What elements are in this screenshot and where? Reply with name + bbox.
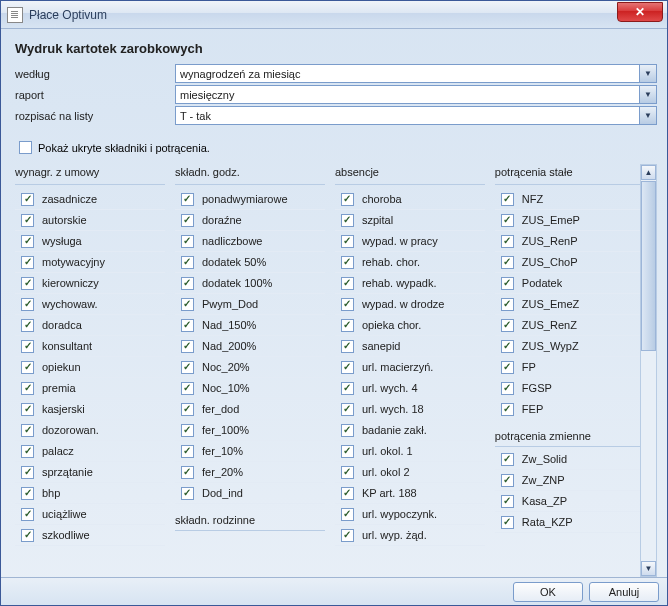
item-checkbox[interactable] (21, 466, 34, 479)
item-checkbox[interactable] (181, 382, 194, 395)
list-item[interactable]: kierowniczy (15, 273, 165, 294)
list-item[interactable]: uciążliwe (15, 504, 165, 525)
item-checkbox[interactable] (501, 277, 514, 290)
list-item[interactable]: Zw_Solid (495, 449, 640, 470)
raport-select[interactable]: miesięczny (175, 85, 657, 104)
close-button[interactable]: ✕ (617, 2, 663, 22)
item-checkbox[interactable] (501, 516, 514, 529)
rozpisac-select[interactable]: T - tak (175, 106, 657, 125)
item-checkbox[interactable] (341, 340, 354, 353)
item-checkbox[interactable] (341, 403, 354, 416)
item-checkbox[interactable] (181, 277, 194, 290)
item-checkbox[interactable] (21, 235, 34, 248)
chevron-down-icon[interactable] (639, 107, 656, 124)
item-checkbox[interactable] (181, 298, 194, 311)
list-item[interactable]: wypad. w drodze (335, 294, 485, 315)
list-item[interactable]: ponadwymiarowe (175, 189, 325, 210)
list-item[interactable]: zasadnicze (15, 189, 165, 210)
list-item[interactable]: doraźne (175, 210, 325, 231)
list-item[interactable]: motywacyjny (15, 252, 165, 273)
item-checkbox[interactable] (21, 214, 34, 227)
item-checkbox[interactable] (181, 361, 194, 374)
item-checkbox[interactable] (341, 298, 354, 311)
chevron-down-icon[interactable] (639, 86, 656, 103)
item-checkbox[interactable] (181, 466, 194, 479)
item-checkbox[interactable] (21, 298, 34, 311)
item-checkbox[interactable] (501, 361, 514, 374)
item-checkbox[interactable] (501, 193, 514, 206)
list-item[interactable]: fer_10% (175, 441, 325, 462)
list-item[interactable]: palacz (15, 441, 165, 462)
list-item[interactable]: ZUS_RenP (495, 231, 640, 252)
list-item[interactable]: sanepid (335, 336, 485, 357)
list-item[interactable]: wychowaw. (15, 294, 165, 315)
list-item[interactable]: fer_dod (175, 399, 325, 420)
list-item[interactable]: Kasa_ZP (495, 491, 640, 512)
item-checkbox[interactable] (21, 529, 34, 542)
list-item[interactable]: nadliczbowe (175, 231, 325, 252)
item-checkbox[interactable] (21, 424, 34, 437)
item-checkbox[interactable] (21, 487, 34, 500)
list-item[interactable]: Nad_200% (175, 336, 325, 357)
item-checkbox[interactable] (181, 487, 194, 500)
list-item[interactable]: Podatek (495, 273, 640, 294)
list-item[interactable]: ZUS_RenZ (495, 315, 640, 336)
item-checkbox[interactable] (501, 319, 514, 332)
item-checkbox[interactable] (501, 382, 514, 395)
item-checkbox[interactable] (501, 256, 514, 269)
list-item[interactable]: url. okol 2 (335, 462, 485, 483)
vertical-scrollbar[interactable] (640, 164, 657, 577)
item-checkbox[interactable] (341, 382, 354, 395)
list-item[interactable]: FGSP (495, 378, 640, 399)
list-item[interactable]: ZUS_WypZ (495, 336, 640, 357)
item-checkbox[interactable] (181, 214, 194, 227)
item-checkbox[interactable] (341, 193, 354, 206)
item-checkbox[interactable] (501, 474, 514, 487)
list-item[interactable]: opieka chor. (335, 315, 485, 336)
list-item[interactable]: opiekun (15, 357, 165, 378)
cancel-button[interactable]: Anuluj (589, 582, 659, 602)
item-checkbox[interactable] (341, 529, 354, 542)
item-checkbox[interactable] (341, 319, 354, 332)
item-checkbox[interactable] (341, 256, 354, 269)
list-item[interactable]: dozorowan. (15, 420, 165, 441)
list-item[interactable]: Pwym_Dod (175, 294, 325, 315)
list-item[interactable]: fer_20% (175, 462, 325, 483)
item-checkbox[interactable] (181, 193, 194, 206)
list-item[interactable]: doradca (15, 315, 165, 336)
scroll-thumb[interactable] (641, 181, 656, 351)
item-checkbox[interactable] (21, 382, 34, 395)
item-checkbox[interactable] (21, 319, 34, 332)
wedlug-select[interactable]: wynagrodzeń za miesiąc (175, 64, 657, 83)
list-item[interactable]: bhp (15, 483, 165, 504)
list-item[interactable]: NFZ (495, 189, 640, 210)
item-checkbox[interactable] (181, 256, 194, 269)
item-checkbox[interactable] (21, 340, 34, 353)
list-item[interactable]: url. wyp. żąd. (335, 525, 485, 546)
list-item[interactable]: url. wych. 18 (335, 399, 485, 420)
item-checkbox[interactable] (341, 214, 354, 227)
item-checkbox[interactable] (341, 445, 354, 458)
item-checkbox[interactable] (341, 235, 354, 248)
item-checkbox[interactable] (181, 235, 194, 248)
item-checkbox[interactable] (181, 403, 194, 416)
item-checkbox[interactable] (501, 495, 514, 508)
item-checkbox[interactable] (501, 340, 514, 353)
chevron-down-icon[interactable] (639, 65, 656, 82)
list-item[interactable]: url. wypoczynk. (335, 504, 485, 525)
list-item[interactable]: wysługa (15, 231, 165, 252)
list-item[interactable]: szpital (335, 210, 485, 231)
item-checkbox[interactable] (501, 235, 514, 248)
item-checkbox[interactable] (21, 508, 34, 521)
item-checkbox[interactable] (501, 403, 514, 416)
list-item[interactable]: konsultant (15, 336, 165, 357)
list-item[interactable]: Noc_10% (175, 378, 325, 399)
list-item[interactable]: premia (15, 378, 165, 399)
list-item[interactable]: ZUS_EmeZ (495, 294, 640, 315)
item-checkbox[interactable] (501, 453, 514, 466)
item-checkbox[interactable] (181, 445, 194, 458)
item-checkbox[interactable] (341, 277, 354, 290)
list-item[interactable]: ZUS_EmeP (495, 210, 640, 231)
item-checkbox[interactable] (341, 361, 354, 374)
item-checkbox[interactable] (181, 319, 194, 332)
